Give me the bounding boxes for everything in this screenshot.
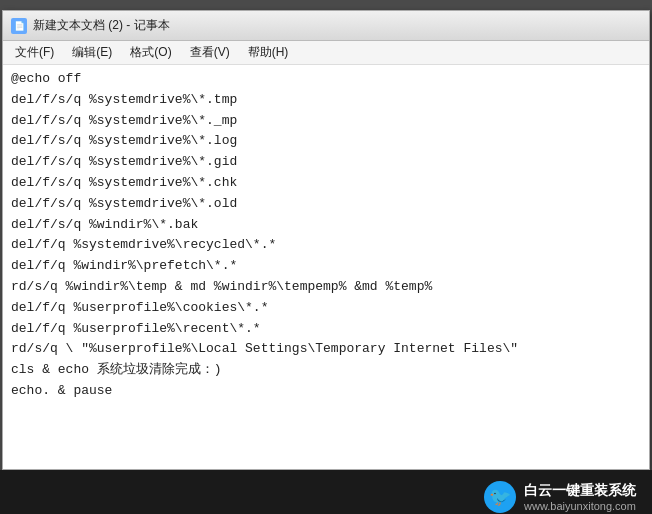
- menu-format[interactable]: 格式(O): [122, 42, 179, 63]
- code-line: del/f/q %userprofile%\recent\*.*: [11, 319, 641, 340]
- code-line: del/f/s/q %windir%\*.bak: [11, 215, 641, 236]
- code-line: rd/s/q \ "%userprofile%\Local Settings\T…: [11, 339, 641, 360]
- code-line: cls & echo 系统垃圾清除完成：): [11, 360, 641, 381]
- brand-bird-icon: 🐦: [484, 481, 516, 513]
- brand-title: 白云一键重装系统: [524, 482, 636, 500]
- menu-edit[interactable]: 编辑(E): [64, 42, 120, 63]
- code-line: del/f/s/q %systemdrive%\*._mp: [11, 111, 641, 132]
- code-line: del/f/s/q %systemdrive%\*.log: [11, 131, 641, 152]
- menu-help[interactable]: 帮助(H): [240, 42, 297, 63]
- title-bar: 📄 新建文本文档 (2) - 记事本: [3, 11, 649, 41]
- code-line: echo. & pause: [11, 381, 641, 402]
- notepad-window: 📄 新建文本文档 (2) - 记事本 文件(F) 编辑(E) 格式(O) 查看(…: [2, 10, 650, 470]
- menu-bar: 文件(F) 编辑(E) 格式(O) 查看(V) 帮助(H): [3, 41, 649, 65]
- watermark-bar: 🐦 白云一键重装系统 www.baiyunxitong.com: [0, 470, 652, 514]
- text-content-area[interactable]: @echo offdel/f/s/q %systemdrive%\*.tmpde…: [3, 65, 649, 469]
- code-line: rd/s/q %windir%\temp & md %windir%\tempe…: [11, 277, 641, 298]
- watermark-text-block: 白云一键重装系统 www.baiyunxitong.com: [524, 482, 636, 512]
- code-line: del/f/q %windir%\prefetch\*.*: [11, 256, 641, 277]
- menu-view[interactable]: 查看(V): [182, 42, 238, 63]
- code-line: del/f/q %userprofile%\cookies\*.*: [11, 298, 641, 319]
- code-line: @echo off: [11, 69, 641, 90]
- app-icon: 📄: [11, 18, 27, 34]
- menu-file[interactable]: 文件(F): [7, 42, 62, 63]
- code-line: del/f/q %systemdrive%\recycled\*.*: [11, 235, 641, 256]
- code-line: del/f/s/q %systemdrive%\*.old: [11, 194, 641, 215]
- watermark-logo: 🐦 白云一键重装系统 www.baiyunxitong.com: [484, 481, 636, 513]
- window-title: 新建文本文档 (2) - 记事本: [33, 17, 170, 34]
- code-line: del/f/s/q %systemdrive%\*.chk: [11, 173, 641, 194]
- brand-url: www.baiyunxitong.com: [524, 500, 636, 512]
- code-line: del/f/s/q %systemdrive%\*.tmp: [11, 90, 641, 111]
- code-line: del/f/s/q %systemdrive%\*.gid: [11, 152, 641, 173]
